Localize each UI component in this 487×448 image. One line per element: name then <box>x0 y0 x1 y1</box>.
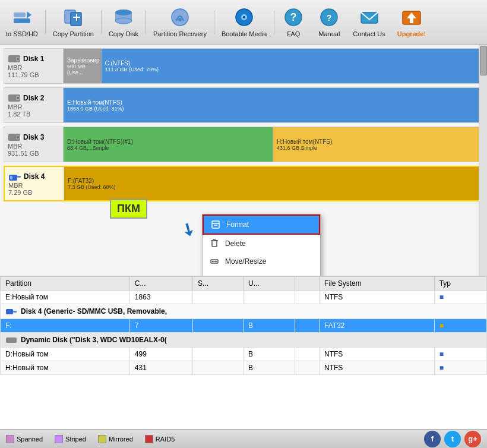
copy-partition-icon <box>62 7 84 28</box>
move-resize-icon <box>208 255 220 267</box>
ctx-format-label: Format <box>226 220 249 229</box>
disk2-type: MBR <box>8 103 59 111</box>
disk4-f-row[interactable]: F: 7 B FAT32 ■ <box>1 319 487 333</box>
main-container: Disk 1 MBR 111.79 GB Зарезервир. 500 MB … <box>0 45 487 448</box>
disk4-partitions: F:(FAT32) 7.3 GB (Used: 68%) <box>64 167 482 200</box>
migrate-label: to SSD/HD <box>6 30 38 37</box>
svg-rect-32 <box>17 176 21 178</box>
disk3-size: 931.51 GB <box>8 150 59 157</box>
facebook-button[interactable]: f <box>424 431 441 447</box>
disk3-row: Disk 3 MBR 931.51 GB D:Новый том(NTFS)(#… <box>4 127 483 162</box>
toolbar-item-upgrade[interactable]: Upgrade! <box>391 2 432 42</box>
toolbar-item-faq[interactable]: ? FAQ <box>276 2 311 42</box>
disk1-part-reserved[interactable]: Зарезервир. 500 MB (Use... <box>64 49 102 83</box>
partition-table: Partition C... S... U... File System Typ… <box>0 276 487 375</box>
disk4-row: Disk 4 MBR 7.29 GB F:(FAT32) 7.3 GB (Use… <box>4 166 483 201</box>
disk2-part-e[interactable]: E:Новый том(NTFS) 1863.0 GB (Used: 31%) <box>64 88 483 122</box>
manual-icon: ? <box>318 7 340 28</box>
sep4 <box>214 10 214 34</box>
disk4-part-f[interactable]: F:(FAT32) 7.3 GB (Used: 68%) <box>64 167 482 200</box>
row-e-name: E:Новый том <box>1 291 130 304</box>
disk-area: Disk 1 MBR 111.79 GB Зарезервир. 500 MB … <box>0 45 487 276</box>
disk2-info: Disk 2 MBR 1.82 TB <box>4 88 64 122</box>
migrate-icon <box>11 7 33 28</box>
svg-rect-37 <box>212 241 217 247</box>
disk3-info: Disk 3 MBR 931.51 GB <box>4 127 64 162</box>
svg-point-24 <box>17 58 19 60</box>
disk1-part-c[interactable]: C:(NTFS) 111.3 GB (Used: 79%) <box>102 49 483 83</box>
toolbar-item-copy-disk[interactable]: Copy Disk <box>103 2 144 42</box>
legend-spanned: Spanned <box>6 435 43 443</box>
disk1-info: Disk 1 MBR 111.79 GB <box>4 49 64 83</box>
disk1-partitions: Зарезервир. 500 MB (Use... C:(NTFS) 111.… <box>64 49 483 83</box>
toolbar-item-manual[interactable]: ? Manual <box>311 2 347 42</box>
toolbar-item-partition-recovery[interactable]: Partition Recovery <box>147 2 213 42</box>
svg-marker-2 <box>27 11 31 18</box>
context-menu: Format Delete Move/Resize <box>202 214 321 276</box>
status-bar: Spanned Striped Mirrored RAID5 f t g+ <box>0 429 487 448</box>
toolbar-item-bootable-media[interactable]: Bootable Media <box>216 2 273 42</box>
sep3 <box>146 10 146 34</box>
legend-spanned-color <box>6 435 14 443</box>
scrollbar-thumb[interactable] <box>480 46 487 75</box>
svg-rect-63 <box>13 311 17 313</box>
sep1 <box>45 10 46 34</box>
col-fs: File System <box>320 277 435 291</box>
table-header-row: Partition C... S... U... File System Typ <box>1 277 487 291</box>
disk3-part-h[interactable]: H:Новый том(NTFS) 431.6 GB,Simple <box>273 127 483 162</box>
legend-mirrored-color <box>98 435 106 443</box>
copy-disk-icon <box>113 7 134 28</box>
legend-striped: Striped <box>55 435 86 443</box>
svg-text:?: ? <box>290 11 297 23</box>
legend-spanned-label: Spanned <box>17 436 43 443</box>
table-row[interactable]: H:Новый том 431 B NTFS ■ <box>1 361 487 375</box>
merge-icon <box>208 273 220 276</box>
svg-point-15 <box>243 16 245 18</box>
format-icon <box>210 219 222 231</box>
disk4-type: MBR <box>8 182 60 189</box>
svg-point-9 <box>115 10 132 15</box>
ctx-move-resize[interactable]: Move/Resize <box>203 253 320 270</box>
table-row[interactable]: D:Новый том 499 B NTFS ■ <box>1 348 487 361</box>
svg-text:?: ? <box>327 13 332 23</box>
twitter-button[interactable]: t <box>444 431 461 447</box>
toolbar-item-migrate[interactable]: to SSD/HD <box>0 2 44 42</box>
ctx-format[interactable]: Format <box>203 214 320 235</box>
svg-rect-34 <box>212 221 219 228</box>
ctx-delete[interactable]: Delete <box>203 235 320 253</box>
partition-recovery-icon <box>169 7 191 28</box>
svg-rect-62 <box>6 309 13 314</box>
toolbar-item-contact-us[interactable]: Contact Us <box>347 2 391 42</box>
disk3-part-d[interactable]: D:Новый том(NTFS)(#1) 68.4 GB,...Simple <box>64 127 273 162</box>
legend-raid5-label: RAID5 <box>156 436 175 443</box>
svg-rect-0 <box>14 18 30 23</box>
col-used: U... <box>244 277 295 291</box>
social-icons: f t g+ <box>424 431 481 447</box>
svg-marker-43 <box>216 260 217 263</box>
disk2-row: Disk 2 MBR 1.82 TB E:Новый том(NTFS) 186… <box>4 87 483 123</box>
toolbar: to SSD/HD Copy Partition Copy Disk <box>0 0 487 45</box>
legend-striped-color <box>55 435 63 443</box>
table-area: Partition C... S... U... File System Typ… <box>0 276 487 429</box>
table-row[interactable]: E:Новый том 1863 NTFS ■ <box>1 291 487 304</box>
ctx-merge[interactable]: Merge <box>203 270 320 276</box>
disk3-name: Disk 3 <box>23 133 44 141</box>
bootable-media-label: Bootable Media <box>222 30 267 37</box>
disk2-partitions: E:Новый том(NTFS) 1863.0 GB (Used: 31%) <box>64 88 483 122</box>
toolbar-item-copy-partition[interactable]: Copy Partition <box>47 2 100 42</box>
sep2 <box>101 10 102 34</box>
disk2-size: 1.82 TB <box>8 111 59 118</box>
disk-area-scrollbar[interactable] <box>479 45 487 276</box>
delete-icon <box>208 238 220 250</box>
sep5 <box>274 10 274 34</box>
googleplus-button[interactable]: g+ <box>464 431 481 447</box>
col-partition: Partition <box>1 277 130 291</box>
bootable-media-icon <box>233 7 255 28</box>
disk1-name: Disk 1 <box>23 55 44 63</box>
row-f-name: F: <box>1 319 130 333</box>
col-cap: C... <box>129 277 192 291</box>
ctx-delete-label: Delete <box>225 239 246 248</box>
disk4-header-row: Disk 4 (Generic- SD/MMC USB, Removable, <box>1 304 487 319</box>
legend-striped-label: Striped <box>65 436 86 443</box>
svg-point-30 <box>17 136 19 138</box>
